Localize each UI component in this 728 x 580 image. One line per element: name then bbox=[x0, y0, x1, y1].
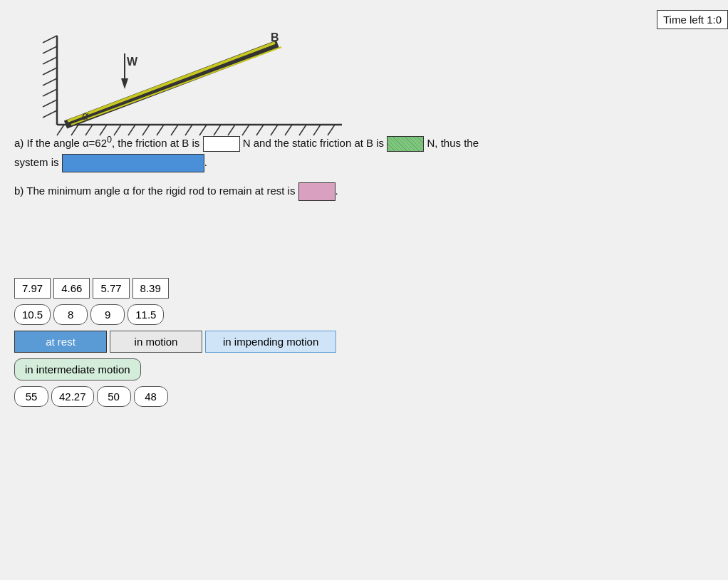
option-9[interactable]: 9 bbox=[90, 304, 125, 325]
timer-label: Time left 1:0 bbox=[663, 14, 722, 26]
qb-text: b) The minimum angle α for the rigid rod… bbox=[14, 185, 298, 197]
options-row-2: 10.5 8 9 11.5 bbox=[14, 304, 336, 325]
svg-text:W: W bbox=[127, 56, 138, 68]
qa-mid3: N, thus the bbox=[424, 137, 479, 149]
option-in-motion[interactable]: in motion bbox=[110, 331, 202, 353]
qa-mid: , the friction at B is bbox=[112, 137, 203, 149]
static-friction-blank[interactable] bbox=[387, 136, 424, 152]
option-797[interactable]: 7.97 bbox=[14, 278, 51, 299]
option-4227[interactable]: 42.27 bbox=[51, 386, 94, 407]
diagram-area: W α B bbox=[14, 14, 356, 143]
svg-line-6 bbox=[43, 89, 57, 96]
option-839[interactable]: 8.39 bbox=[132, 278, 169, 299]
option-8[interactable]: 8 bbox=[53, 304, 88, 325]
options-row-5: 55 42.27 50 48 bbox=[14, 386, 336, 407]
option-50[interactable]: 50 bbox=[97, 386, 131, 407]
svg-line-7 bbox=[43, 100, 57, 107]
svg-marker-34 bbox=[121, 78, 128, 89]
qa-sup: 0 bbox=[107, 135, 112, 145]
min-angle-blank[interactable] bbox=[298, 182, 336, 201]
qa-mid2: N and the static friction at B is bbox=[240, 137, 388, 149]
qa-period: . bbox=[204, 156, 207, 168]
options-area: 7.97 4.66 5.77 8.39 10.5 8 9 11.5 at res… bbox=[14, 278, 336, 413]
qa-prefix: a) If the angle α=62 bbox=[14, 137, 107, 149]
svg-text:α: α bbox=[82, 110, 89, 122]
question-a: a) If the angle α=620, the friction at B… bbox=[14, 132, 714, 172]
options-row-3: at rest in motion in impending motion bbox=[14, 331, 336, 353]
option-in-impending-motion[interactable]: in impending motion bbox=[205, 331, 336, 353]
svg-line-31 bbox=[68, 43, 275, 121]
options-row-1: 7.97 4.66 5.77 8.39 bbox=[14, 278, 336, 299]
option-466[interactable]: 4.66 bbox=[53, 278, 90, 299]
option-577[interactable]: 5.77 bbox=[93, 278, 129, 299]
question-block: a) If the angle α=620, the friction at B… bbox=[14, 132, 714, 214]
friction-blank[interactable] bbox=[203, 136, 240, 152]
svg-line-5 bbox=[43, 78, 57, 86]
option-48[interactable]: 48 bbox=[134, 386, 168, 407]
svg-line-4 bbox=[43, 68, 57, 75]
option-55[interactable]: 55 bbox=[14, 386, 48, 407]
option-115[interactable]: 11.5 bbox=[128, 304, 164, 325]
question-b-block: b) The minimum angle α for the rigid rod… bbox=[14, 181, 714, 201]
option-105[interactable]: 10.5 bbox=[14, 304, 51, 325]
physics-diagram: W α B bbox=[14, 14, 356, 143]
svg-line-30 bbox=[66, 44, 278, 125]
svg-line-8 bbox=[43, 110, 57, 118]
timer-box: Time left 1:0 bbox=[657, 10, 728, 29]
svg-line-2 bbox=[43, 46, 57, 53]
svg-line-32 bbox=[71, 47, 281, 125]
option-at-rest[interactable]: at rest bbox=[14, 331, 107, 353]
svg-text:B: B bbox=[271, 31, 279, 43]
system-label: system is bbox=[14, 156, 62, 168]
option-in-intermediate-motion[interactable]: in intermediate motion bbox=[14, 358, 141, 380]
svg-line-3 bbox=[43, 57, 57, 64]
options-row-4: in intermediate motion bbox=[14, 358, 336, 380]
svg-line-1 bbox=[43, 36, 57, 43]
system-state-blank[interactable] bbox=[62, 154, 204, 172]
qb-period: . bbox=[336, 185, 338, 197]
